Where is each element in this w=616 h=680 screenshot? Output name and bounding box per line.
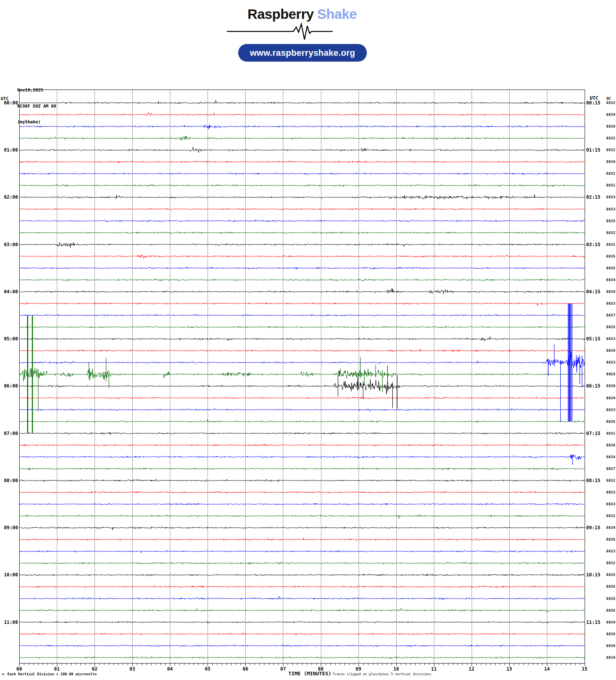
footer-corner-glyph: M [2,673,4,676]
clip-note: Traces clipped at plus/minus 5 vertical … [333,672,431,676]
helicorder-page: RaspberryShake www.raspberryshake.org No… [0,0,616,680]
x-axis-title: TIME (MINUTES) [288,671,332,676]
helicorder-canvas [0,0,616,680]
scale-note: Each Vertical Division = 200.00 microvol… [7,672,97,676]
